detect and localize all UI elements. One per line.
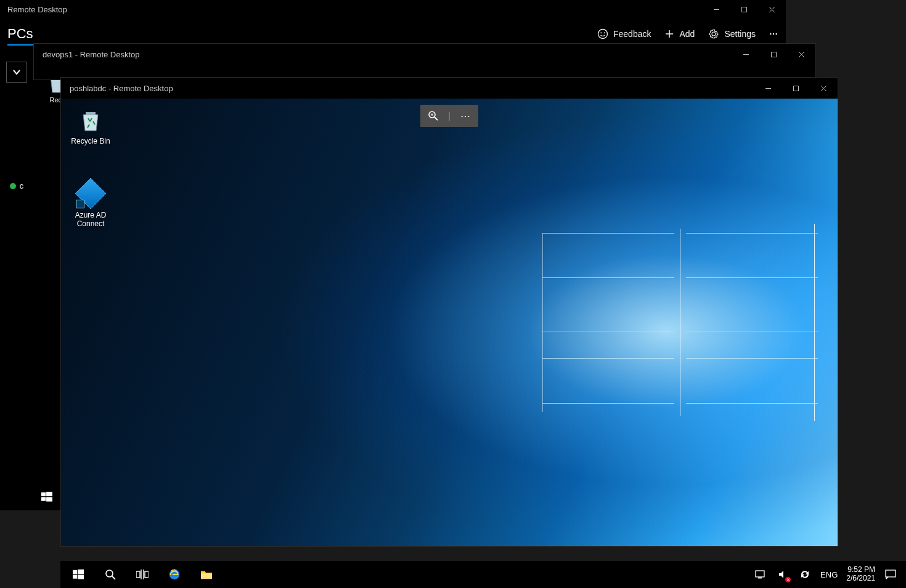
connection-bar[interactable]: | ⋯: [420, 105, 478, 127]
desktop-icon-azure-ad-connect[interactable]: Azure AD Connect: [66, 179, 115, 228]
svg-rect-40: [758, 578, 762, 579]
feedback-label: Feedback: [613, 29, 651, 39]
settings-label: Settings: [724, 29, 756, 39]
app-titlebar: Remote Desktop: [0, 0, 786, 18]
file-explorer-icon[interactable]: [200, 568, 213, 581]
svg-rect-9: [41, 492, 46, 496]
svg-rect-39: [756, 571, 764, 577]
chevron-down-icon: [12, 68, 21, 76]
feedback-button[interactable]: Feedback: [597, 28, 651, 39]
svg-line-23: [435, 117, 438, 120]
status-dot-icon: [10, 183, 16, 189]
devops1-close-button[interactable]: [788, 44, 815, 65]
devops1-maximize-button[interactable]: [760, 44, 788, 65]
outer-taskbar: [33, 483, 60, 510]
search-button[interactable]: [104, 568, 117, 581]
devops1-minimize-button[interactable]: [732, 44, 760, 65]
svg-rect-34: [145, 571, 149, 578]
tab-pcs[interactable]: PCs: [7, 26, 33, 46]
separator-icon: |: [446, 111, 452, 121]
internet-explorer-icon[interactable]: [168, 568, 181, 581]
svg-rect-38: [201, 573, 212, 579]
aad-label-1: Azure AD: [66, 211, 115, 219]
poshlabdc-minimize-button[interactable]: [754, 78, 782, 99]
svg-rect-33: [136, 571, 140, 578]
action-center-button[interactable]: [884, 568, 897, 581]
svg-rect-29: [73, 574, 77, 578]
svg-rect-30: [78, 574, 84, 579]
tray-language[interactable]: ENG: [820, 570, 838, 579]
add-button[interactable]: Add: [664, 29, 695, 39]
svg-rect-15: [772, 52, 777, 57]
wallpaper: [61, 99, 838, 546]
svg-point-6: [604, 32, 605, 33]
poshlabdc-titlebar[interactable]: poshlabdc - Remote Desktop: [61, 78, 838, 99]
task-view-button[interactable]: [136, 568, 149, 581]
aad-label-2: Connect: [66, 219, 115, 228]
svg-point-4: [598, 30, 608, 39]
status-label: c: [20, 181, 24, 190]
svg-rect-1: [742, 7, 747, 12]
svg-point-31: [106, 570, 113, 577]
volume-muted-badge-icon: ✕: [785, 577, 791, 582]
smiley-icon: [597, 28, 608, 39]
window-poshlabdc[interactable]: poshlabdc - Remote Desktop | ⋯: [60, 77, 838, 547]
tray-time: 9:52 PM: [846, 566, 875, 574]
tray-windows-update-icon[interactable]: [798, 568, 812, 581]
devops1-title: devops1 - Remote Desktop: [43, 50, 140, 59]
svg-rect-19: [794, 86, 799, 91]
remote-desktop-area[interactable]: | ⋯ Recycle Bin Azure AD Connect: [61, 99, 838, 546]
svg-point-5: [600, 32, 602, 33]
svg-rect-11: [41, 497, 46, 500]
app-minimize-button[interactable]: [703, 0, 730, 18]
zoom-icon[interactable]: [420, 110, 446, 121]
window-devops1[interactable]: devops1 - Remote Desktop: [33, 43, 816, 80]
app-close-button[interactable]: [758, 0, 786, 18]
windows-start-icon[interactable]: [41, 491, 52, 502]
start-button[interactable]: [71, 568, 85, 581]
ellipsis-icon: ⋯: [769, 29, 778, 39]
sidebar-collapse-button[interactable]: [6, 62, 27, 83]
shortcut-badge-icon: [76, 200, 84, 208]
tray-clock[interactable]: 9:52 PM 2/6/2021: [846, 566, 875, 583]
poshlabdc-close-button[interactable]: [810, 78, 838, 99]
svg-rect-12: [46, 497, 52, 501]
svg-rect-41: [886, 570, 896, 577]
taskbar: ✕ ENG 9:52 PM 2/6/2021: [60, 561, 906, 588]
devops1-titlebar[interactable]: devops1 - Remote Desktop: [34, 44, 815, 65]
connection-more-button[interactable]: ⋯: [452, 110, 478, 122]
ellipsis-icon: ⋯: [460, 110, 470, 122]
settings-button[interactable]: Settings: [708, 28, 756, 39]
sidebar-status-item[interactable]: c: [10, 181, 24, 190]
svg-rect-10: [46, 492, 52, 496]
tray-network-icon[interactable]: [754, 568, 767, 581]
add-label: Add: [679, 29, 695, 39]
svg-rect-27: [73, 570, 77, 574]
poshlabdc-title: poshlabdc - Remote Desktop: [70, 84, 173, 93]
poshlabdc-maximize-button[interactable]: [782, 78, 810, 99]
recycle-bin-label: Recycle Bin: [66, 137, 115, 145]
tray-volume-icon[interactable]: ✕: [776, 568, 790, 581]
svg-rect-28: [78, 570, 84, 574]
app-title: Remote Desktop: [7, 5, 67, 14]
gear-icon: [708, 28, 719, 39]
svg-rect-26: [86, 112, 96, 115]
tray-date: 2/6/2021: [846, 574, 875, 583]
desktop-icon-recycle-bin[interactable]: Recycle Bin: [66, 105, 115, 145]
app-sidebar: c: [0, 49, 33, 510]
app-maximize-button[interactable]: [730, 0, 758, 18]
svg-line-32: [112, 576, 115, 579]
app-more-button[interactable]: ⋯: [769, 29, 778, 39]
plus-icon: [664, 29, 674, 39]
